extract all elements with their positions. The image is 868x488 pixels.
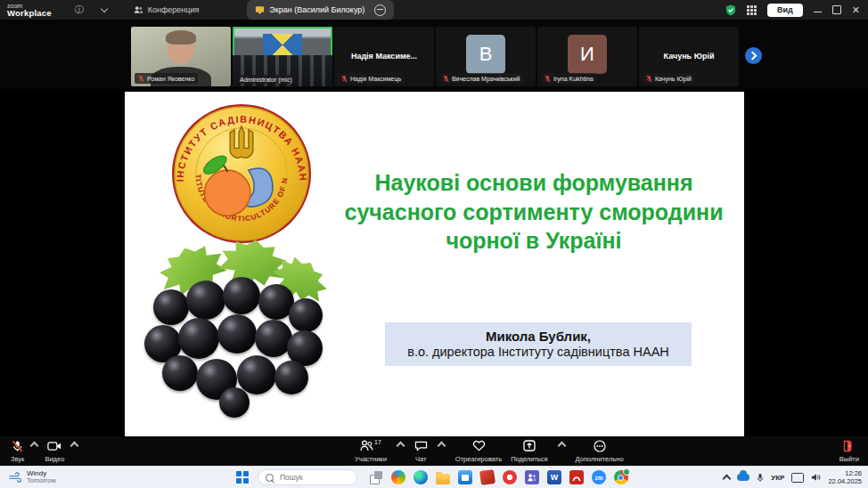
participant-tile[interactable]: Надія Максиме... Надія Максимець <box>334 27 434 86</box>
maximize-button[interactable] <box>832 5 841 14</box>
chat-options-chevron[interactable] <box>437 442 446 451</box>
tab-screen-label: Экран (Василий Билокур) <box>269 5 364 14</box>
participant-avatar: В <box>466 35 505 74</box>
shared-screen-area: ІНСТИТУТ САДІВНИЦТВА НААН INSTITUTE OF H… <box>0 89 868 436</box>
muted-mic-icon <box>138 75 144 83</box>
author-role: в.о. директора Інституту садівництва НАА… <box>387 345 690 359</box>
muted-mic-icon <box>646 75 652 83</box>
participant-name-label: Administrator (mic) <box>236 75 296 84</box>
muted-mic-icon <box>443 75 449 83</box>
video-options-chevron[interactable] <box>70 442 79 451</box>
participant-display-name: Качунь Юрій <box>641 52 737 61</box>
title-bar: zoom Workplace ⓘ Конференция Экран (Васи… <box>0 0 868 20</box>
leave-door-icon <box>843 440 855 452</box>
zoom-app-icon[interactable]: zm <box>592 470 606 484</box>
muted-mic-icon <box>545 75 551 83</box>
teams-icon[interactable] <box>525 470 539 484</box>
video-button[interactable]: Видео <box>45 439 64 463</box>
chat-icon <box>414 440 428 451</box>
wind-icon <box>9 472 22 483</box>
institute-seal-logo: ІНСТИТУТ САДІВНИЦТВА НААН INSTITUTE OF H… <box>171 103 312 248</box>
brand-workplace: Workplace <box>7 9 52 18</box>
participants-button[interactable]: 17 Участники <box>355 439 387 463</box>
clock-time: 12:26 <box>828 469 862 477</box>
opera-browser-icon[interactable] <box>503 470 517 484</box>
acrobat-icon[interactable] <box>569 470 584 484</box>
share-screen-icon <box>523 440 536 451</box>
participant-tile[interactable]: В Вячеслав Мрачківський <box>436 27 536 86</box>
volume-icon[interactable] <box>811 473 821 482</box>
participant-tile-active-speaker[interactable]: Administrator (mic) <box>233 27 332 86</box>
next-participants-button[interactable] <box>745 47 762 64</box>
onedrive-icon[interactable] <box>737 474 749 481</box>
participant-name-label: Качунь Юрій <box>643 73 695 84</box>
edge-browser-icon[interactable] <box>414 470 428 484</box>
participants-options-chevron[interactable] <box>396 442 405 451</box>
participants-icon <box>360 440 373 451</box>
powerpoint-icon[interactable] <box>479 469 495 485</box>
minimize-button[interactable] <box>814 12 822 13</box>
camera-icon <box>47 441 61 451</box>
tab-meeting-label: Конференция <box>148 5 200 14</box>
tray-mic-icon[interactable] <box>757 473 764 483</box>
apps-grid-icon[interactable] <box>747 5 757 15</box>
participant-tile[interactable]: Качунь Юрій Качунь Юрій <box>639 27 739 86</box>
zoom-meeting-window: zoom Workplace ⓘ Конференция Экран (Васи… <box>0 0 868 488</box>
people-icon <box>134 5 143 14</box>
participant-name-label: Роман Яковенко <box>135 73 198 84</box>
stop-share-icon[interactable] <box>374 4 386 16</box>
chevron-down-icon[interactable] <box>100 4 107 12</box>
chat-button[interactable]: Чат <box>414 439 428 463</box>
task-view-icon[interactable] <box>369 470 383 484</box>
chrome-icon[interactable] <box>614 470 628 484</box>
taskbar-clock[interactable]: 12:26 22.04.2025 <box>828 469 862 486</box>
heart-icon <box>472 440 486 451</box>
security-shield-icon[interactable] <box>725 4 736 16</box>
clock-date: 22.04.2025 <box>828 477 862 485</box>
audio-options-chevron[interactable] <box>30 442 39 451</box>
leave-meeting-button[interactable]: Выйти <box>839 439 859 463</box>
participants-count: 17 <box>374 439 381 445</box>
react-button[interactable]: Отреагировать <box>455 439 502 463</box>
participant-avatar: И <box>568 35 607 74</box>
close-button[interactable]: ✕ <box>852 5 860 15</box>
word-icon[interactable]: W <box>547 470 561 484</box>
blackcurrant-photo <box>137 243 338 417</box>
participant-tile[interactable]: Роман Яковенко <box>131 27 231 86</box>
weather-subtitle: Tomorrow <box>27 477 56 485</box>
chevron-right-icon <box>749 52 757 61</box>
screen-share-icon <box>255 5 265 14</box>
more-button[interactable]: Дополнительно <box>576 439 624 463</box>
audio-button[interactable]: Звук <box>11 439 24 463</box>
participant-tile[interactable]: И Iryna Kukhtina <box>537 27 637 86</box>
meeting-control-bar: Звук Видео <box>0 436 868 466</box>
start-button[interactable] <box>236 471 249 484</box>
participant-video <box>168 33 194 63</box>
author-name: Микола Бублик, <box>387 329 690 344</box>
conference-room-video <box>263 34 303 56</box>
weather-widget[interactable]: Windy Tomorrow <box>9 469 56 485</box>
file-explorer-icon[interactable] <box>436 474 450 484</box>
tab-screen-share[interactable]: Экран (Василий Билокур) <box>247 0 394 20</box>
search-input[interactable] <box>278 472 351 483</box>
view-button[interactable]: Вид <box>767 4 803 17</box>
system-tray: УКР 12:26 22.04.2025 <box>724 469 862 486</box>
apple-icon <box>205 170 250 216</box>
share-screen-button[interactable]: Поделиться <box>511 439 547 463</box>
language-indicator[interactable]: УКР <box>771 474 784 482</box>
zoom-workplace-logo: zoom Workplace <box>7 3 52 18</box>
tray-expand-chevron[interactable] <box>723 474 732 483</box>
copilot-icon[interactable] <box>391 470 405 484</box>
share-options-chevron[interactable] <box>557 442 566 451</box>
participant-name-label: Iryna Kukhtina <box>541 73 597 84</box>
brand-zoom: zoom <box>7 3 52 9</box>
microsoft-store-icon[interactable] <box>458 470 472 484</box>
muted-mic-icon <box>341 75 348 83</box>
participant-name-label: Надія Максимець <box>338 73 405 84</box>
participant-display-name: Надія Максиме... <box>336 52 432 61</box>
search-icon <box>266 474 274 482</box>
tab-meeting[interactable]: Конференция <box>128 0 205 20</box>
info-icon[interactable]: ⓘ <box>75 4 84 16</box>
network-display-icon[interactable] <box>791 473 804 483</box>
taskbar-search[interactable] <box>258 469 357 485</box>
